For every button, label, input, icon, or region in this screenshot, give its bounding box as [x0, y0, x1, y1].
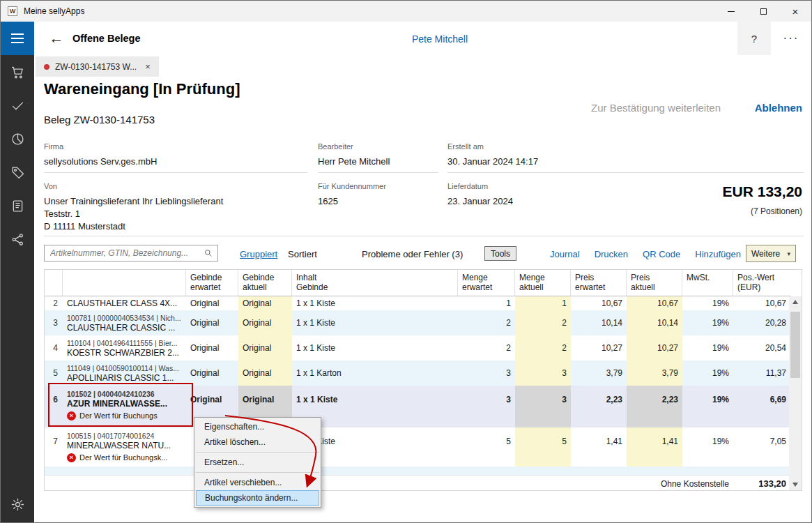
reject-action[interactable]: Ablehnen — [755, 102, 802, 114]
cell-menge-aktuell[interactable]: 3 — [515, 361, 571, 386]
scroll-thumb[interactable] — [790, 312, 800, 378]
back-button[interactable]: ← — [45, 27, 68, 50]
field-label: Lieferdatum — [447, 182, 513, 190]
cell-menge-aktuell[interactable]: 1 — [515, 296, 571, 310]
tasks-check-icon[interactable] — [1, 89, 34, 122]
cell-preis-aktuell[interactable]: 3,79 — [627, 361, 682, 386]
forward-action[interactable]: Zur Bestätigung weiterleiten — [591, 102, 721, 114]
cell-preis-aktuell[interactable]: 10,27 — [627, 335, 682, 361]
cell-gebinde-aktuell[interactable]: Original — [238, 310, 292, 335]
cell-pos-wert: 20,54 — [733, 335, 790, 361]
search-input[interactable] — [45, 248, 204, 258]
hamburger-menu-button[interactable] — [1, 22, 34, 55]
tab-close-icon[interactable]: × — [145, 61, 151, 72]
share-network-icon[interactable] — [1, 222, 34, 256]
page-title: Offene Belege — [72, 33, 141, 44]
table-row-6-selected[interactable]: 6 101502 | 04004042410236 AZUR MINERALWA… — [45, 386, 790, 427]
error-icon: × — [67, 411, 76, 420]
window-title: Meine sellyApps — [24, 6, 84, 16]
cell-preis-aktuell[interactable]: 1,41 — [627, 427, 682, 467]
search-icon[interactable] — [204, 248, 213, 258]
position-count: (7 Positionen) — [751, 206, 802, 216]
footer-total: 133,20 — [733, 478, 790, 489]
pie-chart-icon[interactable] — [1, 122, 34, 156]
field-value: Herr Pete Mitchell — [318, 156, 390, 168]
table-row-7[interactable]: 7 100515 | 04017074001624 MINERALWASSER … — [45, 427, 790, 467]
column-header-mwst[interactable]: MwSt. — [682, 270, 733, 296]
cell-inhalt-gebinde: 1 x 1 Kiste — [292, 310, 458, 335]
menu-item-artikel-verschieben[interactable]: Artikel verschieben... — [194, 475, 321, 490]
article-name: AZUR MINERALWASSE... — [67, 399, 167, 409]
column-header-inhalt-gebinde[interactable]: Inhalt Gebinde — [292, 270, 458, 296]
header-more-button[interactable]: ··· — [775, 22, 807, 55]
tools-button[interactable]: Tools — [484, 246, 516, 261]
cell-preis-aktuell[interactable]: 10,67 — [627, 296, 682, 310]
cell-menge-aktuell[interactable]: 2 — [515, 335, 571, 361]
cell-preis-erwartet: 3,79 — [571, 361, 627, 386]
cell-menge-aktuell[interactable]: 3 — [515, 386, 571, 427]
cell-preis-aktuell[interactable]: 10,14 — [627, 310, 682, 335]
cell-mwst: 19% — [682, 296, 733, 310]
maximize-button[interactable] — [747, 1, 779, 22]
cell-gebinde-aktuell[interactable]: Original — [238, 296, 292, 310]
journal-link[interactable]: Journal — [550, 249, 580, 259]
scroll-down-icon[interactable] — [789, 479, 802, 490]
column-header-preis-erwartet[interactable]: Preis erwartet — [571, 270, 627, 296]
cell-menge-erwartet: 3 — [458, 386, 515, 427]
table-row-2[interactable]: 2 CLAUSTHALER CLASS 4X... Original Origi… — [45, 296, 790, 310]
divider — [44, 172, 307, 173]
table-scrollbar[interactable] — [789, 296, 802, 490]
current-user-link[interactable]: Pete Mitchell — [349, 33, 530, 45]
field-value: sellysolutions Serv.ges.mbH — [44, 156, 157, 168]
cell-menge-erwartet: 1 — [458, 296, 515, 310]
settings-gear-icon[interactable] — [1, 487, 34, 521]
document-number: Beleg ZW-0130-141753 — [44, 114, 155, 126]
table-row-4[interactable]: 4 110104 | 04014964111555 | Bier... KOES… — [45, 335, 790, 361]
app-icon: W — [8, 6, 17, 16]
close-button[interactable]: × — [779, 1, 811, 22]
column-header-menge-erwartet[interactable]: Menge erwartet — [458, 270, 515, 296]
table-row-5[interactable]: 5 111049 | 04100590100114 | Was... APOLL… — [45, 361, 790, 386]
qr-code-link[interactable]: QR Code — [643, 249, 680, 259]
menu-item-eigenschaften[interactable]: Eigenschaften... — [194, 419, 321, 434]
filter-gruppiert[interactable]: Gruppiert — [240, 249, 277, 259]
error-text: Der Wert für Buchungs — [79, 411, 158, 420]
column-header-menge-aktuell[interactable]: Menge aktuell — [515, 270, 571, 296]
table-footer: Ohne Kostenstelle 133,20 — [45, 475, 802, 492]
field-label: Für Kundennummer — [318, 182, 386, 190]
cell-preis-aktuell[interactable]: 2,23 — [627, 386, 682, 427]
tab-label: ZW-0130-141753 W... — [55, 62, 137, 72]
cell-gebinde-aktuell[interactable]: Original — [238, 335, 292, 361]
help-button[interactable]: ? — [737, 22, 771, 55]
cart-icon[interactable] — [1, 55, 34, 89]
field-value: 1625 — [318, 195, 386, 208]
article-code: 100781 | 00000040534534 | Nich... — [67, 313, 181, 323]
menu-item-buchungskonto-aendern[interactable]: Buchungskonto ändern... — [196, 490, 319, 506]
journal-book-icon[interactable] — [1, 189, 34, 222]
column-header-gebinde-erwartet[interactable]: Gebinde erwartet — [186, 270, 238, 296]
hinzufuegen-link[interactable]: Hinzufügen — [695, 249, 741, 259]
drucken-link[interactable]: Drucken — [595, 249, 628, 259]
weitere-dropdown[interactable]: Weitere ▾ — [746, 245, 796, 262]
table-row-3[interactable]: 3 100781 | 00000040534534 | Nich... CLAU… — [45, 310, 790, 335]
cell-gebinde-erwartet: Original — [186, 335, 238, 361]
filter-sortiert[interactable]: Sortiert — [288, 249, 317, 259]
cell-menge-erwartet: 3 — [458, 361, 515, 386]
cell-mwst: 19% — [682, 361, 733, 386]
menu-item-ersetzen[interactable]: Ersetzen... — [194, 455, 321, 470]
cell-menge-aktuell[interactable]: 2 — [515, 310, 571, 335]
document-title: Wareneingang [In Prüfung] — [44, 80, 240, 98]
minimize-button[interactable] — [715, 1, 747, 22]
document-tab[interactable]: ZW-0130-141753 W... × — [36, 56, 159, 77]
cell-gebinde-aktuell[interactable]: Original — [238, 361, 292, 386]
column-header-gebinde-aktuell[interactable]: Gebinde aktuell — [238, 270, 292, 296]
column-header-pos-wert[interactable]: Pos.-Wert (EUR) — [733, 270, 790, 296]
tab-bar: ZW-0130-141753 W... × — [34, 55, 811, 77]
scroll-up-icon[interactable] — [789, 296, 802, 308]
cell-inhalt-gebinde: 1 x 1 Karton — [292, 361, 458, 386]
price-tag-icon[interactable] — [1, 156, 34, 189]
cell-menge-aktuell[interactable]: 5 — [515, 427, 571, 467]
column-header-preis-aktuell[interactable]: Preis aktuell — [627, 270, 682, 296]
menu-item-artikel-loeschen[interactable]: Artikel löschen... — [194, 434, 321, 450]
filter-probleme[interactable]: Probleme oder Fehler (3) — [362, 249, 463, 259]
